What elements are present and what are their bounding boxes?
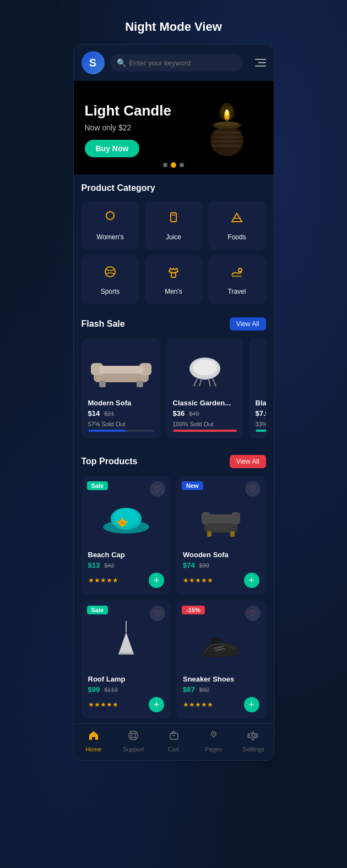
app-header: S 🔍 Enter your keyword: [74, 45, 274, 81]
black-prices: $7.99: [256, 409, 266, 417]
wooden-sofa-footer: ★★★★★ +: [183, 573, 259, 588]
svg-point-36: [114, 509, 138, 526]
sofa-new-price: $14: [88, 409, 100, 417]
search-bar[interactable]: 🔍 Enter your keyword: [110, 54, 243, 72]
black-progress-fill: [256, 430, 266, 432]
black-image: [256, 345, 266, 394]
candle-image: [197, 100, 257, 160]
svg-point-64: [213, 733, 214, 735]
sneaker-badge: -15%: [182, 606, 205, 614]
top-products-header: Top Products View All: [82, 455, 266, 468]
wooden-sofa-image: [183, 491, 259, 546]
svg-rect-23: [99, 366, 143, 373]
menu-button[interactable]: [248, 54, 266, 72]
black-name: Black: [256, 399, 266, 407]
garden-sold-out: 100% Sold Out: [173, 421, 237, 427]
settings-icon: [247, 729, 259, 744]
hero-subtitle: Now only $22: [85, 123, 191, 132]
svg-rect-25: [137, 381, 143, 387]
svg-point-5: [212, 131, 242, 134]
roof-lamp-old-price: $113: [104, 686, 117, 693]
category-juice[interactable]: Juice: [145, 201, 203, 250]
dot-2[interactable]: [171, 162, 176, 168]
product-beach-cap[interactable]: Sale ♡: [82, 476, 171, 595]
nav-settings-label: Settings: [242, 746, 264, 752]
svg-point-65: [252, 734, 255, 737]
nav-cart-label: Cart: [168, 746, 180, 752]
beach-cap-new-price: $13: [88, 561, 100, 569]
sneaker-add[interactable]: +: [244, 697, 259, 712]
sneaker-new-price: $87: [183, 685, 195, 694]
nav-settings[interactable]: Settings: [234, 729, 274, 752]
hero-text: Light Candle Now only $22 Buy Now: [85, 102, 191, 157]
category-sports[interactable]: Sports: [82, 255, 139, 304]
svg-point-18: [238, 268, 242, 272]
svg-line-30: [199, 378, 202, 386]
nav-support[interactable]: Support: [113, 729, 154, 752]
wooden-sofa-wishlist[interactable]: ♡: [245, 481, 261, 497]
wooden-sofa-name: Wooden Sofa: [183, 551, 259, 559]
flash-sale-view-all[interactable]: View All: [230, 317, 266, 331]
flash-sale-scroll: Modern Sofa $14 $21 57% Sold Out: [82, 338, 266, 442]
dot-1[interactable]: [163, 163, 167, 167]
travel-icon: [229, 264, 245, 283]
category-foods[interactable]: Foods: [208, 201, 266, 250]
svg-point-8: [212, 144, 242, 147]
nav-cart[interactable]: Cart: [154, 729, 194, 752]
sale-card-sofa[interactable]: Modern Sofa $14 $21 57% Sold Out: [82, 338, 161, 438]
pages-icon: [208, 729, 220, 744]
roof-lamp-footer: ★★★★★ +: [88, 697, 165, 712]
dot-3[interactable]: [180, 163, 184, 167]
foods-label: Foods: [227, 233, 246, 241]
category-travel[interactable]: Travel: [208, 255, 266, 304]
product-roof-lamp[interactable]: Sale ♡ Roof Lamp $99 $113: [82, 600, 171, 719]
buy-now-button[interactable]: Buy Now: [85, 140, 140, 157]
search-placeholder: Enter your keyword: [129, 59, 191, 67]
support-icon: [127, 729, 139, 744]
category-womens[interactable]: Women's: [82, 201, 139, 250]
nav-pages-label: Pages: [205, 746, 222, 752]
wooden-sofa-prices: $74 $99: [183, 561, 259, 569]
top-products-title: Top Products: [82, 457, 138, 466]
svg-line-31: [208, 378, 210, 386]
product-wooden-sofa[interactable]: New ♡ Wooden Sofa $74: [176, 476, 266, 595]
hero-banner: Light Candle Now only $22 Buy Now: [74, 81, 274, 174]
flash-sale-section: Flash Sale View All Modern Sof: [74, 309, 274, 446]
wooden-sofa-add[interactable]: +: [244, 573, 259, 588]
garden-progress-bar: [173, 430, 237, 432]
beach-cap-add[interactable]: +: [149, 573, 164, 588]
sofa-prices: $14 $21: [88, 409, 154, 417]
wooden-sofa-new-price: $74: [183, 561, 195, 569]
beach-cap-old-price: $42: [104, 562, 114, 569]
sneaker-wishlist[interactable]: ♡: [245, 606, 261, 621]
phone-frame: S 🔍 Enter your keyword Light Candle Now …: [73, 44, 274, 761]
garden-new-price: $36: [173, 409, 185, 417]
product-sneaker-shoes[interactable]: -15% ♡ Sneaker Shoes: [176, 600, 266, 719]
sale-card-garden[interactable]: Classic Garden... $36 $49 100% Sold Out: [166, 338, 243, 438]
sale-card-black[interactable]: Black $7.99 33% S: [249, 338, 266, 438]
svg-rect-12: [171, 213, 176, 222]
nav-pages[interactable]: Pages: [193, 729, 234, 752]
svg-point-11: [218, 106, 236, 121]
roof-lamp-add[interactable]: +: [149, 697, 164, 712]
nav-home[interactable]: Home: [74, 729, 114, 752]
sports-icon: [102, 264, 118, 283]
wooden-sofa-old-price: $99: [199, 562, 209, 569]
category-mens[interactable]: Men's: [145, 255, 203, 304]
sofa-image: [88, 345, 154, 394]
hero-image: [191, 94, 263, 166]
beach-cap-wishlist[interactable]: ♡: [150, 481, 165, 497]
top-products-view-all[interactable]: View All: [230, 455, 266, 468]
svg-rect-62: [170, 733, 178, 739]
flash-sale-header: Flash Sale View All: [82, 317, 266, 331]
svg-point-41: [121, 518, 123, 522]
sneaker-image: [183, 616, 259, 671]
bottom-nav: Home Support: [74, 723, 274, 760]
beach-cap-prices: $13 $42: [88, 561, 165, 569]
svg-rect-47: [207, 531, 212, 537]
svg-point-39: [117, 521, 121, 523]
roof-lamp-new-price: $99: [88, 685, 100, 694]
roof-lamp-prices: $99 $113: [88, 685, 165, 694]
roof-lamp-wishlist[interactable]: ♡: [150, 606, 165, 621]
home-icon: [88, 729, 100, 744]
